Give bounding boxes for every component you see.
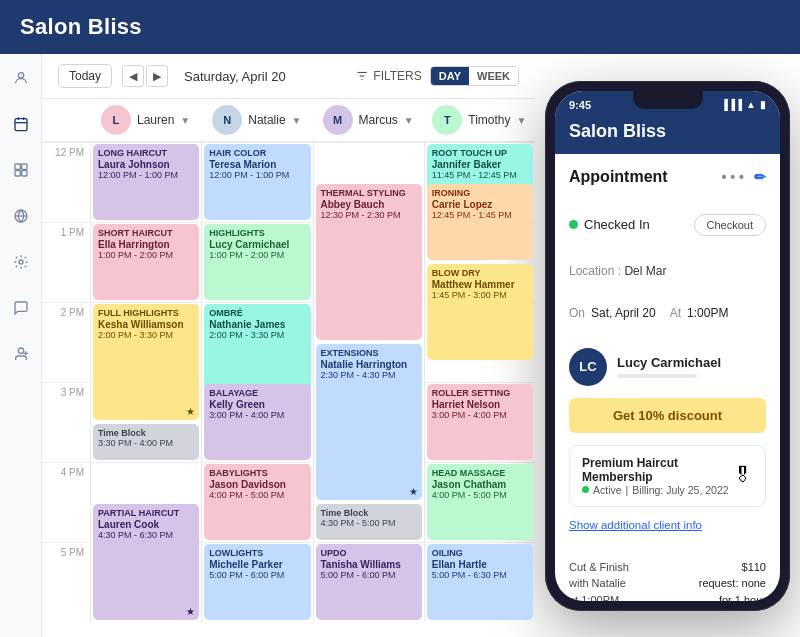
sidebar-icon-grid[interactable] — [7, 202, 35, 230]
chevron-down-icon-3: ▼ — [404, 115, 414, 126]
phone-screen: 9:45 ▐▐▐ ▲ ▮ Salon Bliss — [555, 91, 780, 601]
phone-notch — [633, 91, 703, 109]
membership-green-dot — [582, 486, 589, 493]
location-row: Location : Del Mar — [569, 264, 766, 278]
service-price: $110request: nonefor 1 hour — [699, 559, 766, 601]
schedule-col-lauren: LONG HAIRCUT Laura Johnson 12:00 PM - 1:… — [90, 142, 201, 622]
appt-hair-color[interactable]: HAIR COLOR Teresa Marion 12:00 PM - 1:00… — [204, 144, 310, 220]
time-value: 1:00PM — [687, 306, 728, 320]
appt-oiling[interactable]: OILING Ellan Hartle 5:00 PM - 6:30 PM — [427, 544, 533, 620]
time-label-1pm: 1 PM — [42, 222, 90, 302]
week-view-button[interactable]: WEEK — [469, 67, 518, 85]
chevron-down-icon-2: ▼ — [292, 115, 302, 126]
time-col-header — [42, 105, 90, 135]
appt-partial-haircut[interactable]: PARTIAL HAIRCUT Lauren Cook 4:30 PM - 6:… — [93, 504, 199, 620]
appt-babylights[interactable]: BABYLIGHTS Jason Davidson 4:00 PM - 5:00… — [204, 464, 310, 540]
appointment-label: Appointment — [569, 168, 668, 186]
avatar-marcus: M — [323, 105, 353, 135]
membership-separator: | — [626, 484, 629, 496]
section-icons: • • • ✏ — [722, 169, 766, 185]
staff-row: L Lauren ▼ N Natalie ▼ M Marcus ▼ T Timo… — [42, 99, 535, 142]
svg-point-12 — [18, 348, 23, 353]
avatar-timothy: T — [432, 105, 462, 135]
prev-button[interactable]: ◀ — [122, 65, 144, 87]
battery-icon: ▮ — [760, 99, 766, 110]
view-toggle: DAY WEEK — [430, 66, 519, 86]
green-dot-icon — [569, 220, 578, 229]
next-button[interactable]: ▶ — [146, 65, 168, 87]
edit-icon[interactable]: ✏ — [754, 169, 766, 185]
appt-balayage[interactable]: BALAYAGE Kelly Green 3:00 PM - 4:00 PM — [204, 384, 310, 460]
sidebar-icon-settings[interactable] — [7, 248, 35, 276]
signal-icon: ▐▐▐ — [721, 99, 742, 110]
location-label: Location : — [569, 264, 621, 278]
show-more-link[interactable]: Show additional client info — [569, 519, 766, 531]
phone-content: Appointment • • • ✏ Checked In — [555, 154, 780, 601]
appt-extensions[interactable]: EXTENSIONS Natalie Harrington 2:30 PM - … — [316, 344, 422, 500]
phone-app-title: Salon Bliss — [569, 121, 666, 141]
appt-updo[interactable]: UPDO Tanisha Williams 5:00 PM - 6:00 PM — [316, 544, 422, 620]
time-col: 12 PM 1 PM 2 PM 3 PM 4 PM 5 PM — [42, 142, 90, 622]
checked-in-badge: Checked In — [569, 217, 650, 232]
sidebar-icon-box[interactable] — [7, 156, 35, 184]
sidebar-icon-person-add[interactable] — [7, 340, 35, 368]
client-name-col: Lucy Carmichael — [617, 355, 766, 378]
staff-col-marcus[interactable]: M Marcus ▼ — [313, 105, 424, 135]
discount-button[interactable]: Get 10% discount — [569, 398, 766, 433]
appt-full-highlights[interactable]: FULL HIGHLIGHTS Kesha Williamson 2:00 PM… — [93, 304, 199, 420]
chevron-down-icon-4: ▼ — [517, 115, 527, 126]
sidebar-icon-chat[interactable] — [7, 294, 35, 322]
staff-col-lauren[interactable]: L Lauren ▼ — [90, 105, 201, 135]
appt-short-haircut[interactable]: SHORT HAIRCUT Ella Harrington 1:00 PM - … — [93, 224, 199, 300]
calendar-section: Today ◀ ▶ Saturday, April 20 FILTERS DAY… — [42, 54, 535, 637]
appt-blow-dry[interactable]: BLOW DRY Matthew Hammer 1:45 PM - 3:00 P… — [427, 264, 533, 360]
appt-long-haircut[interactable]: LONG HAIRCUT Laura Johnson 12:00 PM - 1:… — [93, 144, 199, 220]
client-name: Lucy Carmichael — [617, 355, 766, 370]
client-initials: LC — [579, 359, 596, 374]
appt-highlights[interactable]: HIGHLIGHTS Lucy Carmichael 1:00 PM - 2:0… — [204, 224, 310, 300]
sidebar-icon-calendar[interactable] — [7, 110, 35, 138]
appt-time-block-1[interactable]: Time Block 3:30 PM - 4:00 PM — [93, 424, 199, 460]
time-label-2pm: 2 PM — [42, 302, 90, 382]
chevron-down-icon: ▼ — [180, 115, 190, 126]
appt-roller-setting[interactable]: ROLLER SETTING Harriet Nelson 3:00 PM - … — [427, 384, 533, 460]
staff-name-lauren: Lauren — [137, 113, 174, 127]
cal-toolbar: Today ◀ ▶ Saturday, April 20 FILTERS DAY… — [42, 54, 535, 99]
client-avatar: LC — [569, 348, 607, 386]
day-view-button[interactable]: DAY — [431, 67, 469, 85]
staff-name-marcus: Marcus — [359, 113, 398, 127]
sidebar-icon-user[interactable] — [7, 64, 35, 92]
schedule-col-timothy: ROOT TOUCH UP Jannifer Baker 11:45 PM - … — [424, 142, 535, 622]
date-label: Saturday, April 20 — [184, 69, 286, 84]
staff-col-natalie[interactable]: N Natalie ▼ — [201, 105, 312, 135]
appt-head-massage[interactable]: HEAD MASSAGE Jason Chatham 4:00 PM - 5:0… — [427, 464, 533, 540]
cal-grid: 12 PM 1 PM 2 PM 3 PM 4 PM 5 PM — [42, 142, 535, 622]
appt-ironing[interactable]: IRONING Carrie Lopez 12:45 PM - 1:45 PM — [427, 184, 533, 260]
appointment-section-title: Appointment • • • ✏ — [569, 168, 766, 186]
phone-time: 9:45 — [569, 99, 591, 111]
filters-button[interactable]: FILTERS — [355, 69, 421, 83]
appt-thermal-styling[interactable]: THERMAL STYLING Abbey Bauch 12:30 PM - 2… — [316, 184, 422, 340]
app-container: Salon Bliss — [0, 0, 800, 637]
membership-card: Premium Haircut Membership Active | Bill… — [569, 445, 766, 507]
time-label-5pm: 5 PM — [42, 542, 90, 622]
staff-name-natalie: Natalie — [248, 113, 285, 127]
svg-rect-7 — [15, 171, 20, 176]
appt-time-block-2[interactable]: Time Block 4:30 PM - 5:00 PM — [316, 504, 422, 540]
membership-active: Active — [593, 484, 622, 496]
today-button[interactable]: Today — [58, 64, 112, 88]
more-options-icon[interactable]: • • • — [722, 169, 744, 185]
phone-app-header: Salon Bliss — [555, 115, 780, 154]
appt-lowlights[interactable]: LOWLIGHTS Michelle Parker 5:00 PM - 6:00… — [204, 544, 310, 620]
membership-title: Premium Haircut Membership — [582, 456, 733, 484]
datetime-row: On Sat, April 20 At 1:00PM — [569, 306, 766, 320]
time-label-4pm: 4 PM — [42, 462, 90, 542]
staff-col-timothy[interactable]: T Timothy ▼ — [424, 105, 535, 135]
schedule-col-natalie: HAIR COLOR Teresa Marion 12:00 PM - 1:00… — [201, 142, 312, 622]
client-row: LC Lucy Carmichael — [569, 348, 766, 386]
schedule-col-marcus: THERMAL STYLING Abbey Bauch 12:30 PM - 2… — [313, 142, 424, 622]
client-bar — [617, 374, 697, 378]
calendar-nav: ◀ ▶ — [122, 65, 168, 87]
checkout-button[interactable]: Checkout — [694, 214, 766, 236]
phone-status-row: Checked In Checkout — [569, 214, 766, 236]
